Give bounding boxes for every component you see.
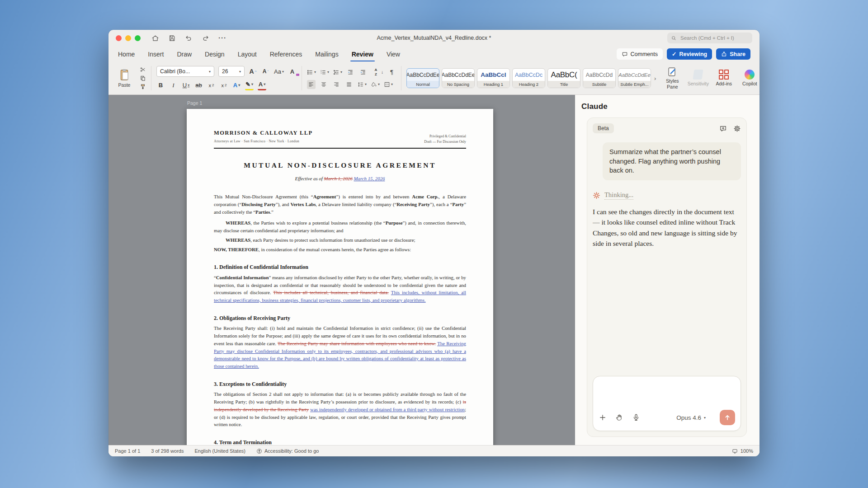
styles-pane-button[interactable]: Styles Pane: [662, 67, 683, 89]
style-heading-1[interactable]: AaBbCcI Heading 1: [477, 68, 510, 88]
borders-button[interactable]: ▾: [384, 80, 393, 89]
underline-button[interactable]: U▾: [182, 81, 190, 90]
show-paragraph-marks-button[interactable]: ¶: [387, 68, 396, 77]
style-normal[interactable]: AaBbCcDdEe Normal: [406, 68, 439, 88]
tab-layout[interactable]: Layout: [237, 46, 257, 62]
more-commands-icon[interactable]: ···: [218, 36, 226, 40]
font-size-select[interactable]: 26▾: [218, 66, 245, 77]
search-box[interactable]: [667, 33, 752, 43]
send-button[interactable]: [720, 410, 735, 425]
effective-date-line: Effective as of March 1, 2026 March 15, …: [214, 175, 466, 183]
align-left-button[interactable]: [307, 80, 316, 89]
tab-view[interactable]: View: [386, 46, 401, 62]
line-spacing-button[interactable]: ▾: [358, 80, 367, 89]
style-no-spacing[interactable]: AaBbCcDdEe No Spacing: [442, 68, 475, 88]
add-ins-button[interactable]: Add-ins: [713, 70, 734, 86]
claude-message-input[interactable]: [599, 382, 735, 410]
style-subtitle[interactable]: AaBbCcDd Subtitle: [583, 68, 616, 88]
clear-formatting-button[interactable]: A: [288, 67, 297, 76]
beta-badge: Beta: [593, 123, 614, 133]
document-page[interactable]: MORRISON & CALLOWAY LLP Attorneys at Law…: [187, 109, 493, 445]
subscript-button[interactable]: x2: [207, 81, 216, 90]
page-count[interactable]: Page 1 of 1: [115, 448, 140, 454]
bold-button[interactable]: B: [156, 81, 165, 90]
traffic-lights: [116, 35, 141, 41]
home-icon[interactable]: [151, 34, 159, 42]
align-center-button[interactable]: [320, 80, 328, 89]
tab-home[interactable]: Home: [118, 46, 135, 62]
paragraph-group: ▾ ▾ ▾ AZ↓ ¶ ▾ ▾ ▾: [307, 68, 396, 89]
gallery-more-icon[interactable]: ›: [653, 75, 657, 82]
copilot-button[interactable]: Copilot: [739, 70, 760, 86]
format-painter-icon[interactable]: [140, 84, 146, 90]
bullet-list-button[interactable]: ▾: [307, 68, 316, 77]
tab-design[interactable]: Design: [204, 46, 225, 62]
style-title[interactable]: AaBbC( Title: [547, 68, 580, 88]
minimize-window-button[interactable]: [125, 35, 131, 41]
numbered-list-button[interactable]: ▾: [320, 68, 329, 77]
settings-gear-icon[interactable]: [733, 125, 741, 132]
section-2-body: The Receiving Party shall: (i) hold and …: [214, 324, 466, 370]
share-button[interactable]: Share: [716, 48, 750, 60]
decrease-indent-button[interactable]: [346, 68, 355, 77]
styles-gallery: AaBbCcDdEe Normal AaBbCcDdEe No Spacing …: [406, 68, 657, 88]
style-heading-2[interactable]: AaBbCcDc Heading 2: [512, 68, 545, 88]
tab-references[interactable]: References: [269, 46, 303, 62]
add-ins-icon: [719, 70, 729, 80]
search-input[interactable]: [679, 35, 749, 41]
justify-button[interactable]: [345, 80, 354, 89]
redo-icon[interactable]: [202, 34, 209, 42]
superscript-button[interactable]: x2: [220, 81, 228, 90]
shrink-font-button[interactable]: Aˇ: [261, 67, 270, 76]
language-status[interactable]: English (United States): [194, 448, 245, 454]
tab-insert[interactable]: Insert: [147, 46, 164, 62]
undo-icon[interactable]: [185, 34, 193, 42]
font-color-button[interactable]: A▾: [258, 80, 266, 90]
hand-tools-icon[interactable]: [615, 413, 623, 422]
cut-icon[interactable]: [140, 66, 146, 73]
save-icon[interactable]: [168, 34, 176, 42]
zoom-level[interactable]: 100%: [741, 448, 753, 454]
increase-indent-button[interactable]: [359, 68, 368, 77]
attach-plus-icon[interactable]: [599, 413, 607, 422]
thinking-row[interactable]: Thinking...: [593, 191, 741, 200]
grow-font-button[interactable]: A^: [249, 67, 257, 76]
reviewing-mode-button[interactable]: ✓ Reviewing: [667, 48, 712, 60]
text-effects-button[interactable]: A▾: [232, 81, 241, 90]
tab-draw[interactable]: Draw: [176, 46, 192, 62]
paste-button[interactable]: Paste: [114, 69, 135, 88]
style-subtle-emphasis[interactable]: AaBbCcDdEe Subtle Emph...: [618, 68, 651, 88]
font-group: Calibri (Bo...▾ 26▾ A^ Aˇ Aa▾ A B I U▾ a…: [156, 66, 297, 90]
close-window-button[interactable]: [116, 35, 122, 41]
microphone-icon[interactable]: [632, 413, 640, 422]
tab-mailings[interactable]: Mailings: [315, 46, 339, 62]
claude-input-box[interactable]: Opus 4.6 ▾: [593, 376, 741, 431]
copy-icon[interactable]: [140, 75, 146, 81]
word-count[interactable]: 3 of 298 words: [151, 448, 184, 454]
styles-pane-icon: [667, 67, 677, 77]
zoom-window-button[interactable]: [135, 35, 141, 41]
accessibility-status[interactable]: Accessibility: Good to go: [256, 448, 319, 454]
comments-button[interactable]: Comments: [617, 48, 663, 60]
new-chat-icon[interactable]: [719, 125, 727, 132]
sort-button[interactable]: AZ: [372, 68, 380, 77]
page-label: Page 1: [187, 100, 202, 106]
highlight-color-button[interactable]: ✎▾: [245, 80, 254, 90]
tab-review[interactable]: Review: [351, 46, 374, 62]
inserted-text: was independently developed or obtained …: [310, 407, 465, 412]
strikethrough-button[interactable]: ab: [194, 81, 203, 90]
shading-button[interactable]: ▾: [371, 80, 380, 89]
chevron-down-icon: ▾: [704, 416, 706, 420]
change-case-button[interactable]: Aa▾: [274, 67, 284, 76]
multilevel-list-button[interactable]: ▾: [333, 68, 342, 77]
italic-button[interactable]: I: [169, 81, 178, 90]
clipboard-icon: [119, 69, 130, 81]
model-selector[interactable]: Opus 4.6 ▾: [676, 414, 706, 421]
whereas-paragraph-2: WHEREAS, each Party desires to protect s…: [214, 236, 466, 244]
align-right-button[interactable]: [332, 80, 341, 89]
font-name-select[interactable]: Calibri (Bo...▾: [156, 66, 214, 77]
sensitivity-button: Sensitivity: [688, 70, 708, 86]
ribbon: Paste Calibri (Bo...▾ 26▾ A^ Aˇ Aa▾ A B …: [108, 62, 760, 95]
section-3-body: The obligations of Section 2 shall not a…: [214, 390, 466, 428]
ribbon-tab-bar: Home Insert Draw Design Layout Reference…: [108, 46, 760, 62]
